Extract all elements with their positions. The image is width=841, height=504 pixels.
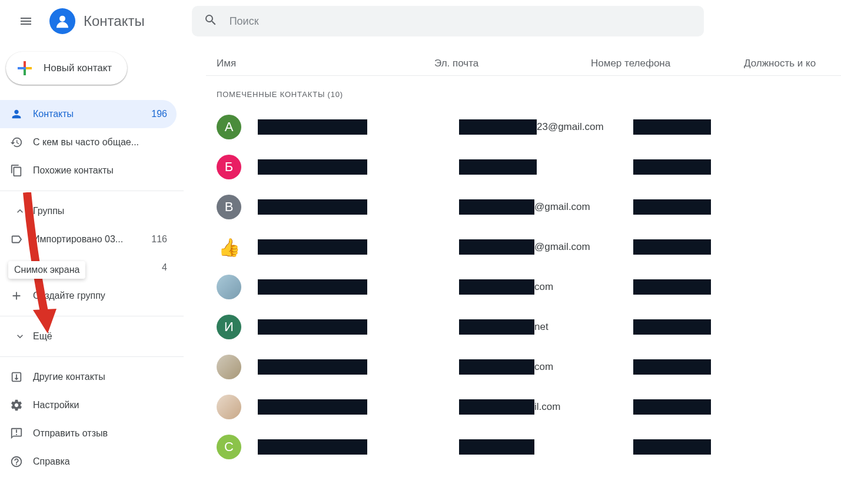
contact-email-redacted [459, 359, 534, 375]
contact-avatar: А [217, 115, 241, 139]
contact-email-cell: net [459, 319, 616, 335]
app-bar: Контакты [0, 0, 841, 42]
column-headers: Имя Эл. почта Номер телефона Должность и… [206, 52, 841, 75]
svg-point-0 [59, 16, 65, 22]
contact-email-cell [459, 439, 616, 455]
archive-icon [0, 371, 33, 383]
person-icon [0, 108, 33, 121]
nav-primary: Контакты 196 С кем вы часто общае... Пох… [0, 100, 184, 185]
help-label: Справка [33, 456, 167, 467]
contact-phone-cell [633, 399, 711, 415]
contact-email-cell: 23@gmail.com [459, 119, 616, 135]
contact-email-redacted [459, 119, 537, 135]
contact-phone-cell [633, 319, 711, 335]
contact-row[interactable]: com [206, 347, 841, 387]
contact-phone-redacted [633, 279, 711, 295]
contact-row[interactable]: С [206, 427, 841, 467]
contact-email-suffix: com [534, 281, 553, 293]
contact-name-redacted [258, 399, 367, 415]
nav-frequent-label: С кем вы часто общае... [33, 137, 167, 148]
app-title: Контакты [84, 13, 145, 29]
contact-email-suffix: 23@gmail.com [537, 121, 604, 133]
contact-row[interactable]: В@gmail.com [206, 187, 841, 227]
search-input[interactable] [230, 6, 704, 36]
group-2-count: 4 [162, 262, 167, 273]
contact-email-redacted [459, 279, 534, 295]
nav-contacts-label: Контакты [33, 109, 147, 119]
contact-avatar: С [217, 435, 241, 459]
nav-feedback[interactable]: Отправить отзыв [0, 419, 177, 448]
contact-email-suffix: net [534, 321, 549, 333]
contact-row[interactable]: А23@gmail.com [206, 107, 841, 147]
contact-phone-redacted [633, 359, 711, 375]
new-contact-button[interactable]: Новый контакт [6, 52, 127, 85]
contact-phone-redacted [633, 199, 711, 215]
hamburger-menu-button[interactable] [12, 7, 40, 35]
contact-list: А23@gmail.comБВ@gmail.com👍@gmail.comcomИ… [206, 107, 841, 467]
contact-email-suffix: @gmail.com [534, 201, 590, 213]
menu-icon [19, 14, 33, 28]
contact-avatar [217, 355, 241, 379]
other-contacts-label: Другие контакты [33, 372, 167, 382]
contact-email-suffix: com [534, 361, 553, 373]
new-contact-label: Новый контакт [44, 62, 112, 74]
screenshot-tooltip: Снимок экрана [8, 261, 85, 279]
contact-phone-redacted [633, 239, 711, 255]
contact-phone-cell [633, 359, 711, 375]
contact-phone-redacted [633, 159, 711, 175]
divider [0, 356, 184, 357]
contact-email-cell: com [459, 279, 616, 295]
nav-help[interactable]: Справка [0, 448, 177, 476]
contact-name-redacted [258, 199, 367, 215]
contact-email-cell: il.com [459, 399, 616, 415]
contact-email-redacted [459, 239, 534, 255]
contact-name-redacted [258, 319, 367, 335]
contact-name-redacted [258, 239, 367, 255]
history-icon [0, 136, 33, 149]
contact-avatar: В [217, 195, 241, 219]
contact-email-cell: @gmail.com [459, 239, 616, 255]
help-icon [0, 455, 33, 468]
nav-contacts[interactable]: Контакты 196 [0, 100, 177, 128]
contact-name-redacted [258, 439, 367, 455]
contact-email-suffix: il.com [534, 401, 560, 413]
nav-settings[interactable]: Настройки [0, 391, 177, 419]
contact-email-cell: @gmail.com [459, 199, 616, 215]
plus-icon [14, 58, 35, 79]
column-job: Должность и ко [744, 58, 816, 69]
nav-duplicates[interactable]: Похожие контакты [0, 156, 177, 185]
contact-email-suffix: @gmail.com [534, 241, 590, 253]
gear-icon [0, 399, 33, 412]
contact-name-redacted [258, 279, 367, 295]
contact-row[interactable]: 👍@gmail.com [206, 227, 841, 267]
contact-row[interactable]: Иnet [206, 307, 841, 347]
contact-avatar: Б [217, 155, 241, 179]
contact-email-redacted [459, 439, 534, 455]
contact-email-redacted [459, 199, 534, 215]
contact-phone-cell [633, 199, 711, 215]
nav-frequent[interactable]: С кем вы часто общае... [0, 128, 177, 156]
contact-phone-cell [633, 279, 711, 295]
search-container[interactable] [192, 6, 704, 36]
contact-row[interactable]: Б [206, 147, 841, 187]
contacts-logo [49, 8, 75, 34]
nav-other-contacts[interactable]: Другие контакты [0, 363, 177, 391]
contact-phone-cell [633, 239, 711, 255]
contact-email-redacted [459, 159, 537, 175]
contact-phone-redacted [633, 439, 711, 455]
contact-row[interactable]: com [206, 267, 841, 307]
group-imported-count: 116 [151, 234, 167, 245]
contact-row[interactable]: il.com [206, 387, 841, 427]
contact-phone-redacted [633, 319, 711, 335]
contact-phone-redacted [633, 399, 711, 415]
contact-email-redacted [459, 319, 534, 335]
main-content: Имя Эл. почта Номер телефона Должность и… [206, 52, 841, 467]
contact-avatar: 👍 [217, 235, 241, 259]
nav-contacts-count: 196 [151, 109, 167, 119]
contact-phone-redacted [633, 119, 711, 135]
contact-email-redacted [459, 399, 534, 415]
svg-rect-1 [24, 67, 26, 69]
column-name: Имя [217, 58, 434, 69]
contact-email-cell [459, 159, 616, 175]
section-title: ПОМЕЧЕННЫЕ КОНТАКТЫ (10) [206, 76, 841, 107]
